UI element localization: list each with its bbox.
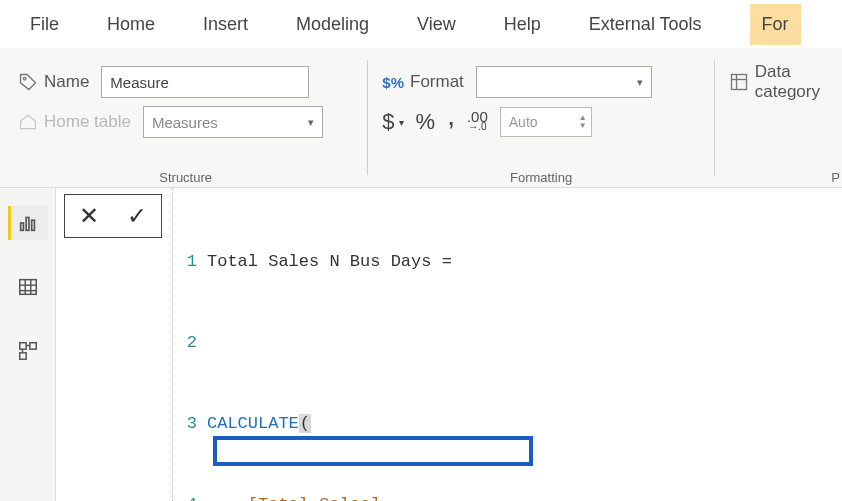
svg-point-0 bbox=[23, 77, 26, 80]
format-label: Format bbox=[410, 72, 464, 92]
ribbon-group-properties: Data category P bbox=[729, 48, 842, 187]
svg-rect-14 bbox=[19, 353, 25, 359]
commit-formula-button[interactable]: ✓ bbox=[127, 202, 147, 230]
line-number: 2 bbox=[173, 329, 207, 356]
data-category-label: Data category bbox=[755, 62, 820, 102]
cancel-formula-button[interactable]: ✕ bbox=[79, 202, 99, 230]
ribbon-divider bbox=[714, 60, 715, 175]
percent-format-button[interactable]: % bbox=[416, 109, 436, 135]
view-rail bbox=[0, 188, 56, 501]
tag-icon bbox=[18, 72, 38, 92]
menu-file[interactable]: File bbox=[30, 4, 59, 45]
svg-rect-7 bbox=[19, 280, 36, 295]
line-number: 1 bbox=[173, 248, 207, 275]
home-table-value: Measures bbox=[152, 114, 218, 131]
content-area: ✕ ✓ 1Total Sales N Bus Days = 2 3CALCULA… bbox=[0, 188, 842, 501]
menu-help[interactable]: Help bbox=[504, 4, 541, 45]
ribbon-group-structure: Name Home table Measures ▾ Structure bbox=[18, 48, 353, 187]
code-line[interactable] bbox=[207, 329, 842, 356]
model-view-button[interactable] bbox=[8, 334, 48, 368]
formula-bar-area: ✕ ✓ 1Total Sales N Bus Days = 2 3CALCULA… bbox=[56, 188, 842, 501]
svg-rect-1 bbox=[731, 75, 746, 90]
spinner-icon[interactable]: ▲▼ bbox=[579, 114, 587, 130]
code-line[interactable]: CALCULATE( bbox=[207, 410, 842, 437]
menu-modeling[interactable]: Modeling bbox=[296, 4, 369, 45]
code-line[interactable]: [Total Sales], bbox=[207, 491, 842, 501]
home-table-icon bbox=[18, 112, 38, 132]
thousands-separator-button[interactable]: , bbox=[447, 111, 455, 121]
decrease-decimals-button[interactable]: .00 →.0 bbox=[467, 112, 488, 132]
properties-group-label: P bbox=[729, 170, 842, 187]
svg-rect-12 bbox=[19, 343, 25, 349]
ribbon: Name Home table Measures ▾ Structure $% … bbox=[0, 48, 842, 188]
chevron-down-icon: ▾ bbox=[399, 117, 404, 128]
home-table-label: Home table bbox=[44, 112, 131, 132]
decimal-places-input[interactable]: Auto ▲▼ bbox=[500, 107, 592, 137]
ribbon-divider bbox=[367, 60, 368, 175]
line-number: 4 bbox=[173, 491, 207, 501]
chevron-down-icon: ▾ bbox=[308, 116, 314, 129]
menu-insert[interactable]: Insert bbox=[203, 4, 248, 45]
formula-editor[interactable]: 1Total Sales N Bus Days = 2 3CALCULATE( … bbox=[172, 188, 842, 501]
ribbon-group-formatting: $% Format ▾ $ ▾ % , .00 →.0 bbox=[382, 48, 699, 187]
menu-view[interactable]: View bbox=[417, 4, 456, 45]
formatting-group-label: Formatting bbox=[382, 170, 699, 187]
data-view-button[interactable] bbox=[8, 270, 48, 304]
format-icon: $% bbox=[382, 74, 404, 91]
data-category-icon bbox=[729, 72, 749, 92]
name-label: Name bbox=[44, 72, 89, 92]
report-view-button[interactable] bbox=[8, 206, 48, 240]
formula-confirm-box: ✕ ✓ bbox=[64, 194, 162, 238]
svg-rect-6 bbox=[31, 220, 34, 230]
home-table-select[interactable]: Measures ▾ bbox=[143, 106, 323, 138]
line-number: 3 bbox=[173, 410, 207, 437]
structure-group-label: Structure bbox=[18, 170, 353, 187]
chevron-down-icon: ▾ bbox=[637, 76, 643, 89]
menu-external-tools[interactable]: External Tools bbox=[589, 4, 702, 45]
code-line[interactable]: Total Sales N Bus Days = bbox=[207, 248, 842, 275]
svg-rect-5 bbox=[26, 218, 29, 231]
menu-format-tab[interactable]: For bbox=[750, 4, 801, 45]
format-select[interactable]: ▾ bbox=[476, 66, 652, 98]
menu-bar: File Home Insert Modeling View Help Exte… bbox=[0, 0, 842, 48]
svg-rect-13 bbox=[29, 343, 35, 349]
currency-format-button[interactable]: $ ▾ bbox=[382, 109, 403, 135]
svg-rect-4 bbox=[20, 223, 23, 230]
auto-label: Auto bbox=[509, 114, 538, 130]
name-input[interactable] bbox=[101, 66, 309, 98]
menu-home[interactable]: Home bbox=[107, 4, 155, 45]
